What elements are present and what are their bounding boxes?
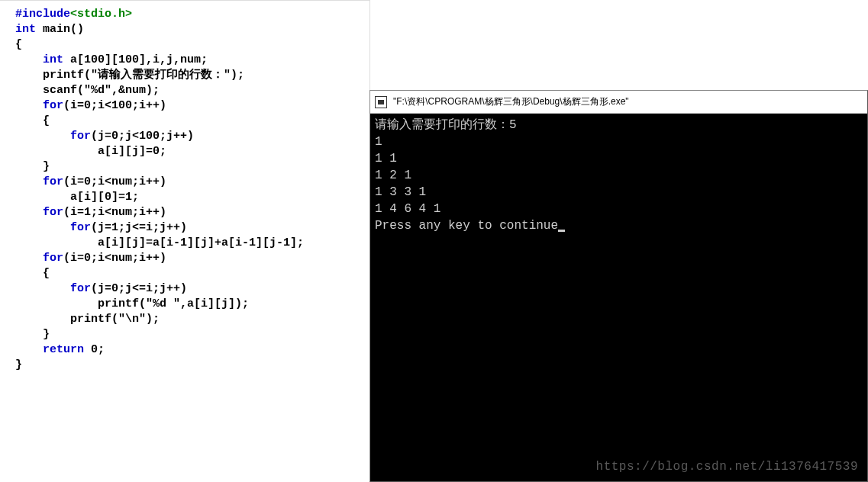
console-icon	[375, 96, 387, 108]
watermark: https://blog.csdn.net/li1376417539	[596, 458, 858, 475]
code-line: printf("%d ",a[i][j]);	[15, 297, 369, 312]
code-line: }	[15, 159, 369, 175]
code-line: {	[15, 266, 369, 281]
code-line: printf("\n");	[15, 312, 369, 327]
code-line: for(i=1;i<num;i++)	[15, 205, 369, 220]
code-line: for(i=0;i<num;i++)	[15, 251, 369, 266]
code-line: int main()	[15, 22, 369, 37]
console-titlebar[interactable]: "F:\资料\CPROGRAM\杨辉三角形\Debug\杨辉三角形.exe"	[370, 91, 867, 114]
code-line: for(j=1;j<=i;j++)	[15, 220, 369, 236]
code-line: #include<stdio.h>	[15, 7, 369, 22]
console-output[interactable]: 请输入需要打印的行数：5 1 1 1 1 2 1 1 3 3 1 1 4 6 4…	[370, 114, 867, 481]
code-line: for(i=0;i<num;i++)	[15, 175, 369, 190]
code-line: for(j=0;j<100;j++)	[15, 129, 369, 144]
code-line: a[i][j]=0;	[15, 144, 369, 159]
code-line: printf("请输入需要打印的行数：");	[15, 68, 369, 83]
code-line: int a[100][100],i,j,num;	[15, 53, 369, 68]
code-line: }	[15, 358, 369, 373]
console-title: "F:\资料\CPROGRAM\杨辉三角形\Debug\杨辉三角形.exe"	[393, 95, 629, 108]
code-line: scanf("%d",&num);	[15, 83, 369, 98]
code-line: a[i][j]=a[i-1][j]+a[i-1][j-1];	[15, 236, 369, 251]
code-editor[interactable]: #include<stdio.h> int main() { int a[100…	[0, 0, 370, 482]
code-line: for(i=0;i<100;i++)	[15, 98, 369, 114]
code-line: {	[15, 114, 369, 129]
console-window[interactable]: "F:\资料\CPROGRAM\杨辉三角形\Debug\杨辉三角形.exe" 请…	[369, 90, 868, 482]
cursor	[558, 230, 565, 232]
code-line: for(j=0;j<=i;j++)	[15, 281, 369, 297]
code-line: a[i][0]=1;	[15, 190, 369, 205]
code-line: }	[15, 327, 369, 342]
code-line: return 0;	[15, 342, 369, 358]
code-line: {	[15, 37, 369, 53]
